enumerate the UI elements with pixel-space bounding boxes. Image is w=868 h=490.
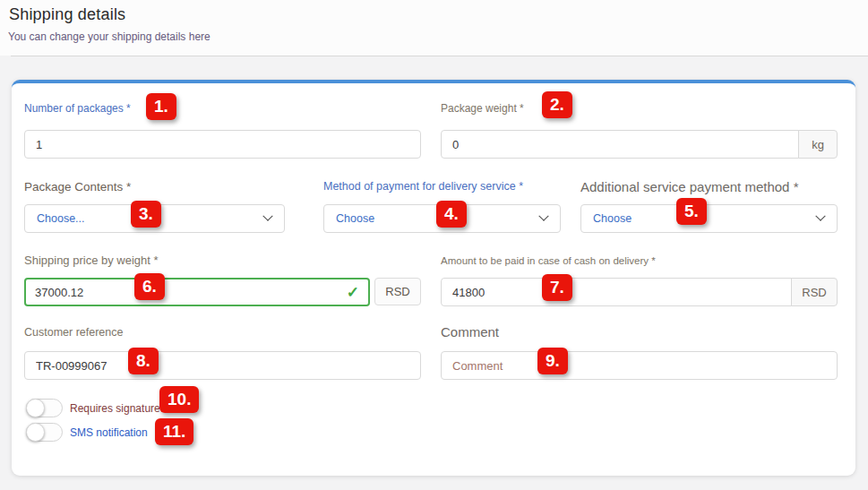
package-weight-field: Package weight * kg [441,102,838,159]
annotation-badge-8: 8. [128,348,159,374]
additional-payment-method-label: Additional service payment method * [580,179,838,194]
annotation-badge-4: 4. [436,201,467,228]
package-weight-group: kg [441,130,838,159]
shipping-price-field: Shipping price by weight * ✓ RSD [24,254,421,306]
package-weight-unit-addon: kg [798,130,838,159]
page-title: Shipping details [9,5,125,24]
number-of-packages-field: Number of packages * [24,102,421,159]
annotation-badge-10: 10. [159,386,199,413]
header-divider [11,56,868,56]
customer-reference-label: Customer reference [24,324,421,340]
shipping-details-page: Shipping details You can change your shi… [0,0,868,490]
chevron-down-icon [538,211,548,221]
page-subtitle: You can change your shipping details her… [8,30,211,43]
additional-payment-method-field: Additional service payment method * Choo… [580,179,838,233]
comment-header: Comment [441,324,838,340]
shipping-form-card: Number of packages * Package weight * kg… [12,80,855,476]
requires-signature-row: Requires signature [26,399,838,417]
package-contents-label: Package Contents * [24,179,285,194]
shipping-price-group: ✓ RSD [24,278,421,306]
annotation-badge-7: 7. [542,274,572,301]
cod-amount-field: Amount to be paid in case of cash on del… [441,254,838,306]
chevron-down-icon [262,211,272,221]
cod-amount-group: RSD [441,278,838,306]
additional-payment-method-select[interactable]: Choose [580,204,838,233]
package-weight-input[interactable] [441,130,799,159]
cod-amount-input[interactable] [441,278,792,306]
chevron-down-icon [815,211,825,221]
sms-notification-row: SMS notification [26,423,838,442]
requires-signature-label: Requires signature [70,402,160,415]
toggle-knob [26,399,45,417]
annotation-badge-9: 9. [537,348,568,374]
package-weight-label: Package weight * [441,102,838,116]
number-of-packages-input[interactable] [24,130,421,159]
valid-check-icon: ✓ [347,283,359,302]
requires-signature-toggle[interactable] [26,399,63,417]
delivery-payment-method-label: Method of payment for delivery service * [323,179,561,194]
comment-input[interactable] [441,351,838,380]
shipping-price-label: Shipping price by weight * [24,254,421,268]
page-header: Shipping details You can change your shi… [0,0,868,56]
shipping-price-valid-wrap: ✓ [24,278,370,306]
comment-field: Comment [441,324,838,380]
customer-reference-field: Customer reference [24,324,421,380]
toggle-knob [26,423,45,442]
number-of-packages-label: Number of packages * [24,102,421,116]
annotation-badge-11: 11. [155,418,193,445]
shipping-price-input[interactable] [26,280,347,304]
shipping-price-currency-addon: RSD [374,278,421,305]
sms-notification-toggle[interactable] [26,423,63,442]
annotation-badge-2: 2. [542,91,572,118]
sms-notification-label: SMS notification [70,426,148,439]
cod-amount-label: Amount to be paid in case of cash on del… [441,254,838,268]
annotation-badge-1: 1. [146,93,176,120]
cod-amount-currency-addon: RSD [791,278,838,306]
annotation-badge-5: 5. [676,198,707,225]
annotation-badge-6: 6. [134,273,165,300]
customer-reference-input[interactable] [24,351,421,380]
annotation-badge-3: 3. [131,201,161,228]
